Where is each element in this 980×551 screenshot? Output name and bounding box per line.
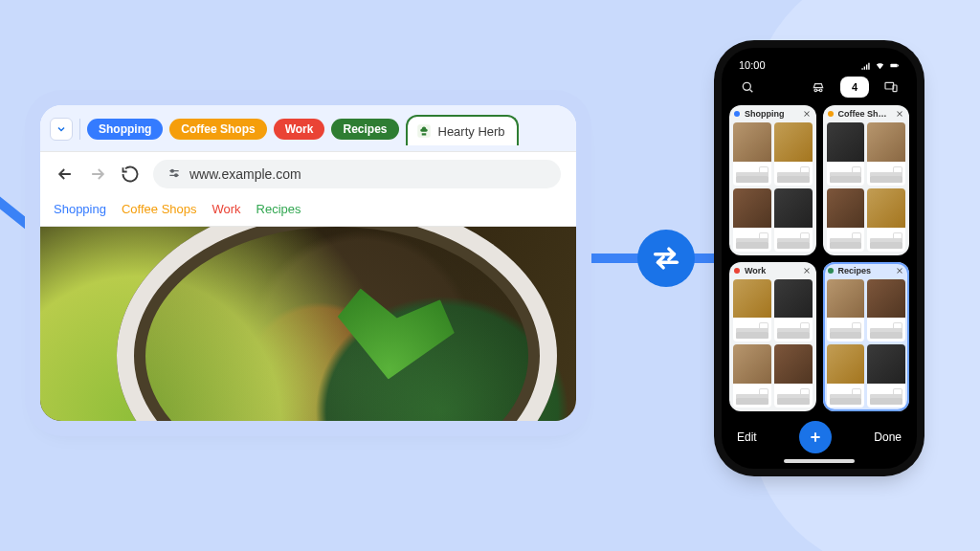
battery-icon [889,60,900,71]
tab-group-pill-shopping[interactable]: Shopping [87,119,163,140]
tab-thumbnail[interactable] [867,344,905,408]
group-dot [734,268,740,274]
search-button[interactable] [735,77,760,98]
group-dot [828,268,834,274]
group-card-work[interactable]: Work [729,262,816,412]
incognito-icon [811,79,826,95]
tab-strip: Shopping Coffee Shops Work Recipes Heart… [40,105,576,151]
group-title: Shopping [745,109,797,119]
tab-thumbnail[interactable] [827,122,865,186]
signal-icon [860,60,871,71]
svg-point-4 [175,174,178,177]
tab-thumbnail[interactable] [827,279,865,342]
bookmark-work[interactable]: Work [212,202,241,216]
tab-group-pill-coffeeshops[interactable]: Coffee Shops [169,119,266,140]
phone: 10:00 4 Shopping [722,48,917,469]
open-tabs-count: 4 [852,81,858,93]
svg-rect-5 [890,63,897,67]
arrow-right-icon [88,165,107,184]
active-tab[interactable]: Hearty Herb [406,115,519,145]
recipe-favicon-icon [415,122,433,140]
site-settings-icon [167,166,182,182]
group-dot [734,111,740,117]
wifi-icon [875,60,885,71]
group-card-coffeeshops[interactable]: Coffee Shops [823,105,910,255]
tab-thumbnail[interactable] [827,344,865,408]
bookmark-recipes[interactable]: Recipes [256,202,301,216]
tab-thumbnail[interactable] [774,122,813,186]
incognito-tabs-button[interactable] [806,77,831,98]
tab-thumbnail[interactable] [733,279,771,342]
svg-point-2 [171,169,174,172]
sync-badge [637,230,695,287]
close-icon[interactable] [802,266,812,276]
group-title: Work [745,266,797,276]
synced-tabs-button[interactable] [879,77,903,98]
nav-forward-button[interactable] [88,165,107,184]
svg-point-8 [814,89,817,92]
tab-thumbnail[interactable] [774,188,813,252]
tab-group-pill-work[interactable]: Work [274,119,325,140]
status-bar: 10:00 [729,55,909,73]
group-card-shopping[interactable]: Shopping [729,105,816,255]
url-bar: www.example.com [40,151,576,196]
search-icon [740,79,755,95]
home-indicator [784,459,855,463]
active-tab-title: Hearty Herb [438,124,505,139]
tab-switcher-toolbar: 4 [729,73,909,105]
close-icon[interactable] [802,109,812,119]
group-card-recipes[interactable]: Recipes [823,262,910,412]
new-tab-fab[interactable] [799,421,832,453]
svg-rect-11 [893,85,897,92]
svg-rect-6 [898,64,899,66]
plus-icon [808,430,823,445]
group-title: Recipes [838,266,891,276]
tab-thumbnail[interactable] [733,188,771,252]
tab-thumbnail[interactable] [733,344,771,408]
svg-rect-10 [885,82,894,89]
tab-thumbnail[interactable] [867,188,905,252]
svg-point-9 [819,89,822,92]
address-bar[interactable]: www.example.com [153,160,561,188]
tab-groups-dropdown[interactable] [50,118,73,141]
reload-button[interactable] [121,165,140,184]
divider [79,119,80,140]
nav-back-button[interactable] [56,165,75,184]
svg-point-7 [743,82,750,90]
close-icon[interactable] [895,266,904,276]
edit-button[interactable]: Edit [737,430,757,444]
phone-footer: Edit Done [729,411,909,453]
url-text: www.example.com [189,166,301,182]
open-tabs-button[interactable]: 4 [840,77,869,98]
status-clock: 10:00 [739,59,766,71]
done-button[interactable]: Done [874,430,902,444]
tab-group-pill-recipes[interactable]: Recipes [331,119,398,140]
tab-thumbnail[interactable] [867,279,905,342]
sync-arrows-icon [650,242,682,275]
chevron-down-icon [56,123,67,135]
browser-window: Shopping Coffee Shops Work Recipes Heart… [40,105,576,421]
tab-thumbnail[interactable] [827,188,865,252]
tab-thumbnail[interactable] [774,344,813,408]
bookmark-shopping[interactable]: Shopping [54,202,106,216]
tab-thumbnail[interactable] [867,122,905,186]
page-content [40,227,576,421]
devices-icon [883,79,899,95]
tab-thumbnail[interactable] [733,122,771,186]
group-dot [828,111,834,117]
close-icon[interactable] [895,109,904,119]
tab-groups-grid: Shopping Coffee Shops [729,105,909,411]
reload-icon [121,165,140,184]
bookmarks-bar: Shopping Coffee Shops Work Recipes [40,196,576,227]
hero-image [40,227,576,421]
bookmark-coffeeshops[interactable]: Coffee Shops [122,202,197,216]
group-title: Coffee Shops [838,109,891,119]
tab-thumbnail[interactable] [774,279,813,342]
arrow-left-icon [56,165,75,184]
